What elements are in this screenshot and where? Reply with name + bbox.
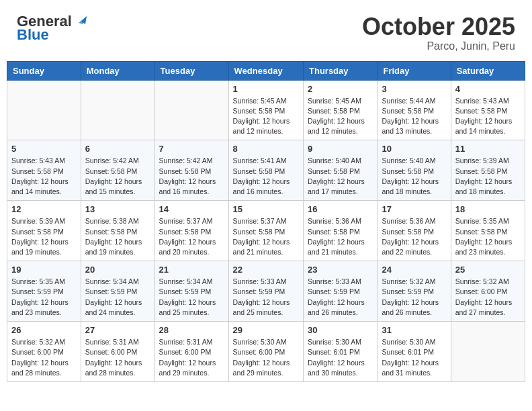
weekday-header-sunday: Sunday [7, 61, 81, 80]
day-number: 23 [308, 265, 373, 275]
day-info: Sunrise: 5:40 AMSunset: 5:58 PMDaylight:… [382, 156, 446, 197]
day-number: 5 [11, 144, 77, 154]
day-info: Sunrise: 5:42 AMSunset: 5:58 PMDaylight:… [85, 156, 150, 197]
day-info: Sunrise: 5:32 AMSunset: 6:00 PMDaylight:… [455, 277, 521, 318]
day-info: Sunrise: 5:38 AMSunset: 5:58 PMDaylight:… [85, 216, 150, 257]
day-number: 3 [382, 84, 446, 94]
calendar-cell: 9Sunrise: 5:40 AMSunset: 5:58 PMDaylight… [304, 140, 378, 201]
calendar-cell: 26Sunrise: 5:32 AMSunset: 6:00 PMDayligh… [7, 322, 81, 382]
day-info: Sunrise: 5:43 AMSunset: 5:58 PMDaylight:… [455, 96, 521, 137]
day-info: Sunrise: 5:36 AMSunset: 5:58 PMDaylight:… [308, 216, 373, 257]
calendar-week-1: 1Sunrise: 5:45 AMSunset: 5:58 PMDaylight… [7, 80, 525, 140]
day-info: Sunrise: 5:36 AMSunset: 5:58 PMDaylight:… [382, 216, 446, 257]
logo-text-blue: Blue [17, 27, 49, 43]
calendar-week-3: 12Sunrise: 5:39 AMSunset: 5:58 PMDayligh… [7, 201, 525, 261]
day-info: Sunrise: 5:39 AMSunset: 5:58 PMDaylight:… [11, 216, 77, 257]
calendar-cell: 12Sunrise: 5:39 AMSunset: 5:58 PMDayligh… [7, 201, 81, 261]
day-number: 7 [159, 144, 224, 154]
day-number: 14 [159, 204, 224, 214]
day-info: Sunrise: 5:31 AMSunset: 6:00 PMDaylight:… [159, 337, 224, 378]
calendar-cell: 30Sunrise: 5:30 AMSunset: 6:01 PMDayligh… [304, 322, 378, 382]
day-number: 12 [11, 204, 77, 214]
day-info: Sunrise: 5:40 AMSunset: 5:58 PMDaylight:… [308, 156, 373, 197]
logo: General Blue [17, 13, 87, 43]
calendar-cell: 23Sunrise: 5:33 AMSunset: 5:59 PMDayligh… [304, 261, 378, 322]
day-info: Sunrise: 5:37 AMSunset: 5:58 PMDaylight:… [159, 216, 224, 257]
day-info: Sunrise: 5:39 AMSunset: 5:58 PMDaylight:… [455, 156, 521, 197]
day-info: Sunrise: 5:42 AMSunset: 5:58 PMDaylight:… [159, 156, 224, 197]
calendar-cell: 24Sunrise: 5:32 AMSunset: 5:59 PMDayligh… [378, 261, 451, 322]
calendar-cell [451, 322, 525, 382]
day-number: 18 [455, 204, 521, 214]
calendar-cell: 15Sunrise: 5:37 AMSunset: 5:58 PMDayligh… [228, 201, 303, 261]
day-number: 24 [382, 265, 446, 275]
calendar-cell: 8Sunrise: 5:41 AMSunset: 5:58 PMDaylight… [228, 140, 303, 201]
calendar-cell: 20Sunrise: 5:34 AMSunset: 5:59 PMDayligh… [81, 261, 154, 322]
calendar-cell: 16Sunrise: 5:36 AMSunset: 5:58 PMDayligh… [304, 201, 378, 261]
day-info: Sunrise: 5:35 AMSunset: 5:58 PMDaylight:… [455, 216, 521, 257]
calendar-cell: 6Sunrise: 5:42 AMSunset: 5:58 PMDaylight… [81, 140, 154, 201]
day-number: 16 [308, 204, 373, 214]
calendar-cell [7, 80, 81, 140]
day-number: 28 [159, 325, 224, 335]
calendar-week-4: 19Sunrise: 5:35 AMSunset: 5:59 PMDayligh… [7, 261, 525, 322]
calendar-cell: 3Sunrise: 5:44 AMSunset: 5:58 PMDaylight… [378, 80, 451, 140]
calendar-table: SundayMondayTuesdayWednesdayThursdayFrid… [7, 61, 525, 382]
calendar-cell: 2Sunrise: 5:45 AMSunset: 5:58 PMDaylight… [304, 80, 378, 140]
day-number: 1 [233, 84, 299, 94]
day-info: Sunrise: 5:45 AMSunset: 5:58 PMDaylight:… [308, 96, 373, 137]
day-number: 25 [455, 265, 521, 275]
calendar-cell: 22Sunrise: 5:33 AMSunset: 5:59 PMDayligh… [228, 261, 303, 322]
day-number: 13 [85, 204, 150, 214]
day-info: Sunrise: 5:30 AMSunset: 6:00 PMDaylight:… [233, 337, 299, 378]
calendar-cell: 5Sunrise: 5:43 AMSunset: 5:58 PMDaylight… [7, 140, 81, 201]
day-info: Sunrise: 5:30 AMSunset: 6:01 PMDaylight:… [308, 337, 373, 378]
calendar-cell: 27Sunrise: 5:31 AMSunset: 6:00 PMDayligh… [81, 322, 154, 382]
month-title: October 2025 Parco, Junin, Peru [362, 13, 515, 52]
weekday-header-friday: Friday [378, 61, 451, 80]
day-info: Sunrise: 5:45 AMSunset: 5:58 PMDaylight:… [233, 96, 299, 137]
day-number: 26 [11, 325, 77, 335]
calendar-cell: 19Sunrise: 5:35 AMSunset: 5:59 PMDayligh… [7, 261, 81, 322]
day-info: Sunrise: 5:37 AMSunset: 5:58 PMDaylight:… [233, 216, 299, 257]
day-number: 22 [233, 265, 299, 275]
day-info: Sunrise: 5:34 AMSunset: 5:59 PMDaylight:… [159, 277, 224, 318]
day-info: Sunrise: 5:32 AMSunset: 6:00 PMDaylight:… [11, 337, 77, 378]
day-number: 15 [233, 204, 299, 214]
calendar-cell: 29Sunrise: 5:30 AMSunset: 6:00 PMDayligh… [228, 322, 303, 382]
day-info: Sunrise: 5:35 AMSunset: 5:59 PMDaylight:… [11, 277, 77, 318]
day-number: 11 [455, 144, 521, 154]
day-number: 27 [85, 325, 150, 335]
location: Parco, Junin, Peru [362, 40, 515, 52]
day-number: 21 [159, 265, 224, 275]
day-info: Sunrise: 5:33 AMSunset: 5:59 PMDaylight:… [233, 277, 299, 318]
day-info: Sunrise: 5:31 AMSunset: 6:00 PMDaylight:… [85, 337, 150, 378]
weekday-header-saturday: Saturday [451, 61, 525, 80]
day-number: 20 [85, 265, 150, 275]
day-number: 10 [382, 144, 446, 154]
day-info: Sunrise: 5:33 AMSunset: 5:59 PMDaylight:… [308, 277, 373, 318]
weekday-header-thursday: Thursday [304, 61, 378, 80]
calendar-week-5: 26Sunrise: 5:32 AMSunset: 6:00 PMDayligh… [7, 322, 525, 382]
calendar-cell: 1Sunrise: 5:45 AMSunset: 5:58 PMDaylight… [228, 80, 303, 140]
calendar-cell: 11Sunrise: 5:39 AMSunset: 5:58 PMDayligh… [451, 140, 525, 201]
calendar-cell [154, 80, 228, 140]
calendar-cell [81, 80, 154, 140]
calendar-cell: 7Sunrise: 5:42 AMSunset: 5:58 PMDaylight… [154, 140, 228, 201]
day-number: 2 [308, 84, 373, 94]
weekday-header-row: SundayMondayTuesdayWednesdayThursdayFrid… [7, 61, 525, 80]
day-info: Sunrise: 5:41 AMSunset: 5:58 PMDaylight:… [233, 156, 299, 197]
day-number: 30 [308, 325, 373, 335]
day-info: Sunrise: 5:43 AMSunset: 5:58 PMDaylight:… [11, 156, 77, 197]
calendar-cell: 28Sunrise: 5:31 AMSunset: 6:00 PMDayligh… [154, 322, 228, 382]
day-number: 29 [233, 325, 299, 335]
logo-bird-icon [73, 13, 87, 27]
day-info: Sunrise: 5:34 AMSunset: 5:59 PMDaylight:… [85, 277, 150, 318]
day-number: 6 [85, 144, 150, 154]
day-number: 19 [11, 265, 77, 275]
calendar-cell: 4Sunrise: 5:43 AMSunset: 5:58 PMDaylight… [451, 80, 525, 140]
day-number: 4 [455, 84, 521, 94]
day-number: 8 [233, 144, 299, 154]
weekday-header-wednesday: Wednesday [228, 61, 303, 80]
day-info: Sunrise: 5:30 AMSunset: 6:01 PMDaylight:… [382, 337, 446, 378]
